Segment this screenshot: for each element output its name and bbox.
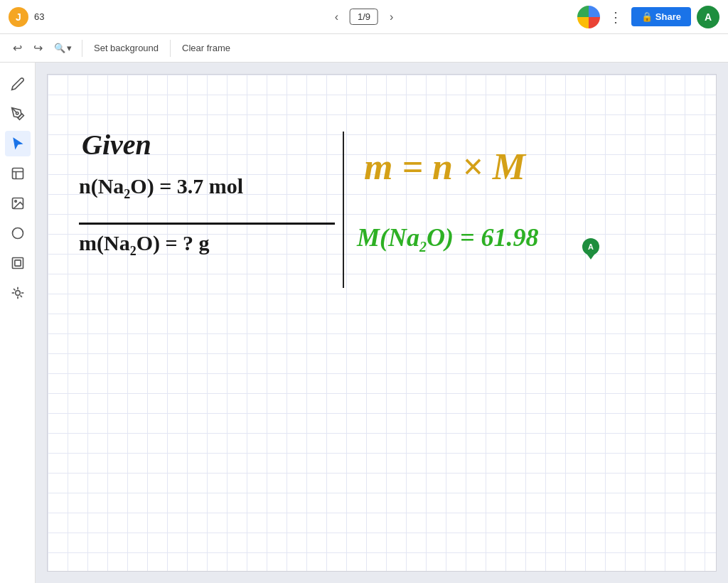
google-apps-button[interactable] xyxy=(577,6,600,28)
laser-tool[interactable] xyxy=(5,280,31,306)
given-text: Given xyxy=(82,128,151,161)
underline xyxy=(79,223,335,225)
toolbar: ↩ ↪ 🔍 ▾ Set background Clear frame xyxy=(0,34,728,63)
canvas-area[interactable]: Given n(Na2O) = 3.7 mol m(Na2O) = ? g m … xyxy=(36,63,728,583)
user-cursor-avatar: A xyxy=(582,238,599,255)
image-tool[interactable] xyxy=(5,191,31,216)
frame-tool[interactable] xyxy=(5,250,31,276)
user-avatar[interactable]: A xyxy=(697,6,719,28)
redo-button[interactable]: ↪ xyxy=(29,38,47,58)
main-layout: Given n(Na2O) = 3.7 mol m(Na2O) = ? g m … xyxy=(0,63,728,583)
content-layer: Given n(Na2O) = 3.7 mol m(Na2O) = ? g m … xyxy=(48,75,716,571)
page-count: 63 xyxy=(34,11,44,22)
share-button[interactable]: 🔒 Share xyxy=(631,7,691,26)
select-tool[interactable] xyxy=(5,131,31,156)
top-right-controls: ⋮ 🔒 Share A xyxy=(577,6,719,28)
svg-point-13 xyxy=(15,291,20,296)
set-background-button[interactable]: Set background xyxy=(88,40,164,56)
logo-text: J xyxy=(16,11,21,23)
page-indicator[interactable]: 1/9 xyxy=(350,9,378,25)
undo-button[interactable]: ↩ xyxy=(9,38,26,58)
nav-center: ‹ 1/9 › xyxy=(329,8,400,26)
prev-page-button[interactable]: ‹ xyxy=(329,8,344,26)
toolbar-separator xyxy=(82,40,82,57)
svg-line-9 xyxy=(14,289,15,290)
topbar: J 63 ‹ 1/9 › ⋮ 🔒 Share A xyxy=(0,0,728,34)
svg-rect-6 xyxy=(14,260,20,266)
share-label: Share xyxy=(655,11,681,22)
equation-n: n(Na2O) = 3.7 mol xyxy=(79,174,243,202)
zoom-button[interactable]: 🔍 ▾ xyxy=(50,40,76,56)
svg-point-3 xyxy=(14,200,16,203)
molar-mass-value: M(Na2O) = 61.98 xyxy=(357,223,539,255)
divider-line xyxy=(343,132,344,288)
circle-tool[interactable] xyxy=(5,220,31,246)
clear-frame-button[interactable]: Clear frame xyxy=(176,40,236,56)
formula-mnm: m = n × M xyxy=(364,146,525,188)
svg-rect-1 xyxy=(12,169,23,179)
sidebar xyxy=(0,63,36,583)
sticky-note-tool[interactable] xyxy=(5,161,31,186)
svg-line-10 xyxy=(20,296,21,297)
zoom-dropdown-icon: ▾ xyxy=(67,43,72,53)
pen-tool[interactable] xyxy=(5,71,31,97)
whiteboard[interactable]: Given n(Na2O) = 3.7 mol m(Na2O) = ? g m … xyxy=(47,74,717,572)
svg-point-0 xyxy=(16,112,18,114)
equation-m: m(Na2O) = ? g xyxy=(79,231,210,259)
cursor-label: A xyxy=(588,242,594,251)
app-logo: J xyxy=(9,7,28,27)
next-page-button[interactable]: › xyxy=(384,8,399,26)
lock-icon: 🔒 xyxy=(641,11,653,22)
toolbar-separator-2 xyxy=(170,40,171,57)
marker-tool[interactable] xyxy=(5,101,31,127)
zoom-icon: 🔍 xyxy=(54,43,65,53)
more-options-button[interactable]: ⋮ xyxy=(606,9,626,26)
svg-rect-5 xyxy=(12,258,23,269)
svg-point-4 xyxy=(12,228,23,239)
